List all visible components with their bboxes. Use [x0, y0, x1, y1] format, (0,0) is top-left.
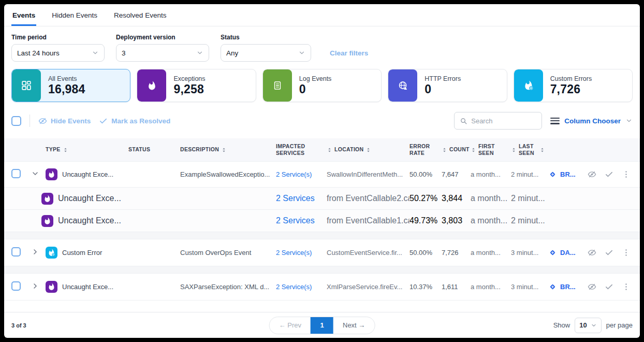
sort-icon[interactable] — [442, 147, 447, 153]
per-page-label: per page — [606, 321, 633, 329]
tab-resolved-events[interactable]: Resolved Events — [113, 4, 167, 26]
row-checkbox[interactable] — [11, 247, 21, 256]
sort-icon[interactable] — [63, 147, 68, 153]
col-first-seen[interactable]: FIRST SEEN — [471, 143, 511, 156]
hide-event-icon[interactable] — [588, 170, 596, 179]
hide-event-icon[interactable] — [588, 248, 596, 257]
time-period-select[interactable]: Last 24 hours — [11, 44, 105, 62]
col-label: TYPE — [46, 146, 61, 153]
row-menu-icon[interactable] — [622, 248, 631, 257]
card-value: 7,726 — [550, 82, 592, 96]
table-row[interactable]: Custom Error Custom OverOps Event 2 Serv… — [4, 239, 640, 266]
hide-event-icon[interactable] — [588, 282, 596, 291]
table-subrow[interactable]: Uncaught Exce... 2 Services from EventCa… — [4, 187, 640, 209]
event-error-rate: 50.00% — [409, 170, 442, 178]
grid-icon — [12, 69, 41, 102]
jira-link[interactable]: DA... — [548, 248, 588, 257]
filter-bar: Time period Last 24 hours Deployment ver… — [4, 26, 640, 62]
col-description[interactable]: DESCRIPTION — [180, 146, 276, 153]
status-label: Status — [221, 34, 311, 41]
toolbar-divider — [30, 115, 30, 127]
col-count[interactable]: COUNT — [442, 146, 471, 153]
impacted-services-link[interactable]: 2 Service(s) — [276, 249, 327, 256]
col-type[interactable]: TYPE — [46, 146, 128, 153]
event-last-seen: 2 minut... — [511, 170, 548, 178]
mark-resolved-button[interactable]: Mark as Resolved — [99, 117, 170, 125]
time-period-filter: Time period Last 24 hours — [11, 34, 105, 62]
hide-events-button[interactable]: Hide Events — [38, 117, 91, 125]
event-location: XmlParseService.fireEv... — [327, 283, 409, 291]
card-body: HTTP Errors 0 — [417, 69, 468, 102]
chevron-down-icon — [298, 49, 305, 56]
card-body: Exceptions 9,258 — [166, 69, 212, 102]
card-label: HTTP Errors — [425, 75, 461, 82]
event-error-rate: 10.37% — [409, 283, 442, 291]
jira-link[interactable]: BR... — [548, 170, 588, 179]
deployment-version-select[interactable]: 3 — [116, 44, 209, 62]
column-chooser-button[interactable]: Column Chooser — [550, 117, 633, 125]
row-actions — [588, 282, 633, 291]
status-select[interactable]: Any — [221, 44, 311, 62]
event-count: 1,611 — [442, 283, 471, 291]
row-menu-icon[interactable] — [622, 170, 631, 179]
chevron-right-icon[interactable] — [31, 282, 39, 290]
search-box — [454, 112, 542, 130]
column-chooser-label: Column Chooser — [564, 117, 621, 125]
resolve-event-icon[interactable] — [605, 170, 613, 179]
jira-key[interactable]: BR... — [560, 170, 576, 178]
col-status: STATUS — [128, 146, 180, 153]
resolve-event-icon[interactable] — [605, 248, 613, 257]
jira-key[interactable]: DA... — [560, 249, 576, 256]
flame-icon — [137, 69, 166, 102]
clear-filters-link[interactable]: Clear filters — [330, 49, 368, 57]
event-last-seen: 2 minut... — [511, 216, 548, 225]
impacted-services-link[interactable]: 2 Service(s) — [276, 170, 327, 178]
table-row[interactable]: Uncaught Exce... ExampleSwallowedExcepti… — [4, 161, 640, 187]
sort-icon[interactable] — [511, 147, 517, 153]
prev-page-button[interactable]: ← Prev — [270, 321, 311, 329]
globe-warning-icon — [388, 69, 417, 102]
chevron-right-icon[interactable] — [31, 248, 39, 256]
next-page-button[interactable]: Next → — [333, 321, 374, 329]
event-type: Uncaught Exce... — [46, 168, 128, 180]
deployment-version-filter: Deployment version 3 — [116, 34, 209, 62]
card-custom-errors[interactable]: Custom Errors 7,726 — [514, 69, 633, 102]
jira-link[interactable]: BR... — [548, 282, 588, 291]
row-checkbox[interactable] — [11, 281, 21, 291]
table-subrow[interactable]: Uncaught Exce... 2 Services from EventCa… — [4, 209, 640, 232]
table-row[interactable]: Uncaught Exce... SAXParseException: XML … — [4, 273, 640, 300]
col-location[interactable]: LOCATION — [327, 146, 409, 153]
event-first-seen: a month... — [471, 283, 511, 291]
sort-icon[interactable] — [365, 147, 371, 153]
page-1-button[interactable]: 1 — [311, 317, 333, 334]
jira-key[interactable]: BR... — [560, 283, 576, 291]
sort-icon[interactable] — [221, 147, 227, 153]
card-all-events[interactable]: All Events 16,984 — [11, 69, 130, 102]
card-body: Custom Errors 7,726 — [543, 69, 599, 102]
impacted-services-link[interactable]: 2 Services — [276, 194, 327, 203]
card-http-errors[interactable]: HTTP Errors 0 — [388, 69, 507, 102]
tab-hidden-events[interactable]: Hidden Events — [51, 4, 98, 26]
sort-icon[interactable] — [327, 147, 332, 153]
row-checkbox[interactable] — [11, 169, 21, 178]
event-description: SAXParseException: XML d... — [180, 283, 276, 291]
search-input[interactable] — [471, 117, 536, 125]
resolve-event-icon[interactable] — [605, 282, 613, 291]
tab-events[interactable]: Events — [11, 4, 36, 26]
impacted-services-link[interactable]: 2 Service(s) — [276, 283, 327, 291]
exception-type-icon — [46, 168, 57, 180]
card-exceptions[interactable]: Exceptions 9,258 — [137, 69, 256, 102]
event-location: CustomEventService.fir... — [327, 249, 409, 256]
row-menu-icon[interactable] — [622, 282, 631, 291]
chevron-down-icon — [196, 49, 203, 56]
chevron-down-icon[interactable] — [31, 169, 39, 178]
sort-icon[interactable] — [471, 147, 476, 153]
col-last-seen[interactable]: LAST SEEN — [511, 143, 548, 156]
impacted-services-link[interactable]: 2 Services — [276, 216, 327, 225]
card-log-events[interactable]: Log Events 0 — [262, 69, 382, 102]
jira-issue-icon — [548, 248, 557, 257]
page-size-select[interactable]: 10 — [575, 318, 601, 333]
select-all-checkbox[interactable] — [11, 116, 21, 126]
sort-icon[interactable] — [539, 147, 545, 153]
event-count: 7,726 — [442, 249, 471, 256]
